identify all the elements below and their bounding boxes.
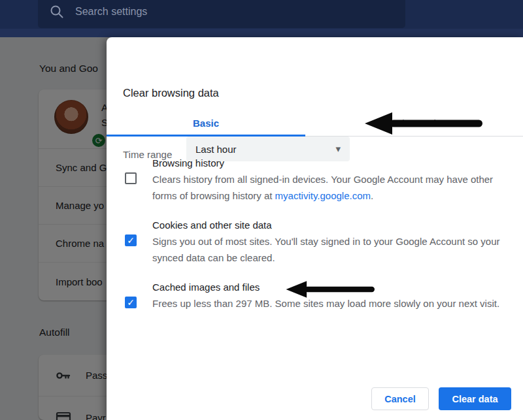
search-icon bbox=[50, 5, 64, 19]
item-description: Signs you out of most sites. You'll stay… bbox=[152, 233, 509, 266]
search-input[interactable] bbox=[75, 6, 337, 18]
clear-browsing-data-dialog: Clear browsing data Basic Advanced Time … bbox=[107, 37, 523, 420]
time-range-value: Last hour bbox=[195, 144, 335, 155]
item-browsing-history: Browsing history Clears history from all… bbox=[107, 155, 523, 204]
dialog-title: Clear browsing data bbox=[123, 87, 219, 99]
myactivity-link[interactable]: myactivity.google.com bbox=[275, 190, 371, 201]
clear-data-button[interactable]: Clear data bbox=[439, 387, 511, 410]
item-description: Clears history from all signed-in device… bbox=[152, 171, 509, 204]
chevron-down-icon: ▾ bbox=[335, 143, 341, 155]
item-cookies-site-data: ✓ Cookies and other site data Signs you … bbox=[107, 217, 523, 266]
tab-label: Basic bbox=[193, 118, 219, 129]
dialog-buttons: Cancel Clear data bbox=[371, 387, 511, 410]
check-icon: ✓ bbox=[127, 235, 135, 246]
item-title: Cookies and other site data bbox=[152, 217, 509, 233]
browsing-history-checkbox[interactable] bbox=[125, 172, 137, 184]
check-icon: ✓ bbox=[127, 297, 135, 308]
cached-files-checkbox[interactable]: ✓ bbox=[125, 297, 137, 308]
tab-basic[interactable]: Basic bbox=[107, 110, 305, 136]
browser-settings-topbar bbox=[0, 0, 523, 37]
desc-text: . bbox=[371, 190, 373, 201]
annotation-arrow-cached-files-icon bbox=[285, 278, 377, 301]
cancel-button[interactable]: Cancel bbox=[371, 387, 429, 410]
settings-search-field[interactable] bbox=[38, 0, 405, 28]
item-title: Browsing history bbox=[152, 155, 509, 171]
annotation-arrow-time-range-icon bbox=[363, 110, 485, 137]
cookies-checkbox[interactable]: ✓ bbox=[125, 234, 137, 246]
